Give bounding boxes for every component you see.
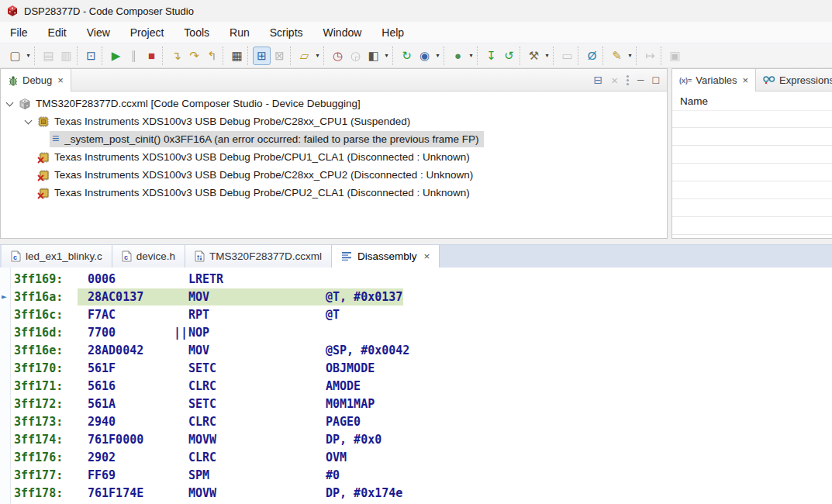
chevron-down-icon[interactable] [6,98,14,106]
save-all-button[interactable]: ▥ [57,47,75,65]
disassembly-row[interactable]: 3ff172:561ASETCM0M1MAP [0,395,832,413]
tree-node-ccxml[interactable]: TMS320F28377D.ccxml [Code Composer Studi… [1,95,667,112]
toolbar-group: ⊡ [77,47,102,65]
menu-item-window[interactable]: Window [313,24,372,41]
suspend-button[interactable]: ∥ [125,47,143,65]
opcode: FF69 [88,468,116,482]
debug-button[interactable]: ● [449,47,467,65]
disassembly-row[interactable]: 3ff173:2940CLRCPAGE0 [0,413,832,431]
view-menu-icon[interactable] [627,75,629,78]
disassembly-row[interactable]: 3ff174:761F0000MOVWDP, #0x0 [0,431,832,449]
load-program-dropdown-icon[interactable]: ▾ [313,52,322,59]
external-tools-button[interactable]: ✎ [608,47,626,65]
build-dropdown-icon[interactable]: ▾ [543,52,551,59]
last-edit-location-button[interactable]: ↦ [641,47,659,65]
toolbar-group: ▦ [223,47,247,65]
debug-panel-tab-strip: Debug × ⊟ × ─ □ [1,69,667,91]
console-view-icon: ▭ [561,50,572,61]
new-window-icon: ▢ [9,50,20,61]
menu-item-view[interactable]: View [77,24,120,41]
tree-node-cpu1-cla1[interactable]: Texas Instruments XDS100v3 USB Debug Pro… [1,148,667,166]
maximize-icon[interactable]: □ [653,74,659,85]
disconnect-target-button[interactable]: ⊠ [271,47,288,65]
remove-terminated-icon[interactable]: × [611,74,618,86]
on-chip-flash-dropdown-icon[interactable]: ▾ [382,52,391,59]
tree-node-cpu1[interactable]: Texas Instruments XDS100v3 USB Debug Pro… [1,112,667,130]
tab-led-ex1-blinky-c[interactable]: c led_ex1_blinky.c [2,245,112,268]
menu-item-scripts[interactable]: Scripts [260,24,313,41]
tree-node-cpu2-cla1[interactable]: Texas Instruments XDS100v3 USB Debug Pro… [1,184,667,202]
registers-button[interactable]: ▦ [228,47,246,65]
build-icon: ⚒ [529,50,539,61]
selected-stack-frame[interactable]: ≡ _system_post_cinit() 0x3FF16A (an erro… [50,131,484,147]
save-button[interactable]: ▤ [40,47,57,65]
minimize-icon[interactable]: ─ [637,75,644,85]
step-over-button[interactable]: ↷ [185,47,203,65]
step-into-button[interactable]: ↴ [167,47,185,65]
operands: M0M1MAP [326,397,375,411]
new-target-configuration-dropdown-icon[interactable]: ▾ [433,52,442,59]
new-window-dropdown-icon[interactable]: ▾ [24,52,33,59]
menu-item-help[interactable]: Help [371,24,414,41]
menu-item-tools[interactable]: Tools [174,24,219,41]
connect-target-button[interactable]: ⊞ [253,47,271,65]
external-tools-dropdown-icon[interactable]: ▾ [626,52,634,59]
step-return-button[interactable]: ↰ [203,47,221,65]
disassembly-row[interactable]: 3ff176:2902CLRCOVM [0,449,832,467]
disassembly-row[interactable]: 3ff16e:28AD0042MOV@SP, #0x0042 [0,342,832,360]
resume-button[interactable]: ▶ [107,47,125,65]
menu-item-run[interactable]: Run [219,24,260,41]
assembly-step-over-button[interactable]: ↺ [500,47,518,65]
debug-dropdown-icon[interactable]: ▾ [467,52,475,59]
collapse-all-icon[interactable]: ⊟ [594,74,603,85]
opcode: 2940 [88,415,116,429]
tab-debug-close-icon[interactable]: × [56,74,64,86]
disassembly-row[interactable]: 3ff16c:F7ACRPT@T [0,306,832,324]
menu-item-edit[interactable]: Edit [38,24,77,41]
tree-node-cpu2[interactable]: Texas Instruments XDS100v3 USB Debug Pro… [1,166,667,184]
tab-device-h[interactable]: c device.h [112,245,185,268]
on-chip-flash-button[interactable]: ◧ [364,47,382,65]
debug-panel-actions: ⊟ × ─ □ [594,69,667,91]
opcode: 561A [88,397,116,411]
tab-debug[interactable]: Debug × [1,69,71,91]
console-monitor-button[interactable]: ⊡ [82,47,100,65]
disassembly-row[interactable]: 3ff16d:7700||NOP [0,324,832,342]
tab-disassembly-close-icon[interactable]: × [421,250,430,262]
new-window-button[interactable]: ▢ [6,47,24,65]
tab-variables[interactable]: (x)= Variables × [672,69,756,91]
variables-column-header[interactable]: Name [672,91,832,110]
restart-button[interactable]: ↻ [398,47,416,65]
menu-item-file[interactable]: File [0,24,38,41]
panel-divider[interactable] [0,239,832,244]
disassembly-row[interactable]: 3ff177:FF69SPM#0 [0,467,832,485]
disassembly-row[interactable]: 3ff171:5616CLRCAMODE [0,378,832,395]
debug-icon: ● [454,50,461,61]
external-tools-icon: ✎ [612,50,622,61]
svg-text:c: c [13,254,17,261]
new-target-configuration-button[interactable]: ◉ [416,47,433,65]
tab-variables-close-icon[interactable]: × [741,74,749,86]
disassembly-row[interactable]: 3ff170:561FSETCOBJMODE [0,360,832,378]
disassembly-row[interactable]: ►3ff16a:28AC0137MOV@T, #0x0137 [0,288,832,306]
tab-expressions[interactable]: Expressions [756,69,832,91]
build-button[interactable]: ⚒ [525,47,543,65]
assembly-step-over-icon: ↺ [504,50,514,61]
assembly-step-into-button[interactable]: ↧ [482,47,500,65]
profile-setup-button[interactable]: ◶ [347,47,364,65]
disassembly-view: 3ff169:0006LRETR►3ff16a:28AC0137MOV@T, #… [0,268,832,504]
disassembly-row[interactable]: 3ff169:0006LRETR [0,271,832,288]
tab-tms320f28377d-ccxml[interactable]: TMS320F28377D.ccxml [185,245,332,268]
load-program-button[interactable]: ▱ [295,47,313,65]
chevron-down-icon[interactable] [25,116,33,124]
disassembly-row[interactable]: 3ff178:761F174EMOVWDP, #0x174e [0,485,832,502]
menu-item-project[interactable]: Project [120,24,174,41]
search-button[interactable]: Ø [583,47,601,65]
tab-disassembly[interactable]: Disassembly × [332,245,440,268]
console-view-button[interactable]: ▭ [558,47,576,65]
opcode: F7AC [88,308,116,322]
tree-node-stack-frame[interactable]: ≡ _system_post_cinit() 0x3FF16A (an erro… [1,130,667,148]
pin-editor-button[interactable]: ▣ [666,47,684,65]
terminate-button[interactable]: ■ [143,47,161,65]
profile-clock-button[interactable]: ◷ [329,47,347,65]
